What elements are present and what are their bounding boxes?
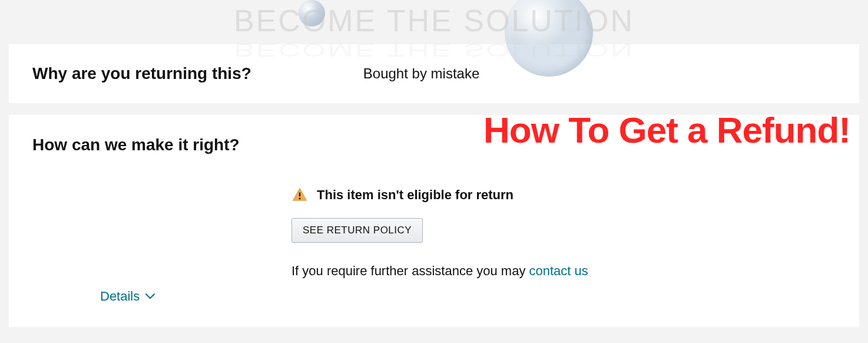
ineligible-warning: This item isn't eligible for return	[291, 187, 836, 203]
assistance-prefix: If you require further assistance you ma…	[291, 263, 529, 278]
details-label: Details	[100, 289, 140, 304]
details-toggle[interactable]: Details	[100, 289, 155, 304]
ineligible-warning-text: This item isn't eligible for return	[317, 187, 513, 203]
watermark-bubble-small	[299, 0, 325, 27]
chevron-down-icon	[145, 293, 155, 299]
assistance-text: If you require further assistance you ma…	[291, 263, 836, 279]
watermark-text: BECOME THE SOLUTION	[228, 3, 640, 38]
see-return-policy-button[interactable]: SEE RETURN POLICY	[291, 218, 423, 243]
svg-point-1	[299, 197, 300, 199]
svg-rect-0	[299, 192, 300, 196]
return-reason-heading: Why are you returning this?	[32, 64, 251, 83]
resolution-content: This item isn't eligible for return SEE …	[291, 187, 836, 279]
article-title-overlay: How To Get a Refund!	[483, 109, 850, 151]
warning-icon	[291, 187, 308, 203]
return-reason-card: Why are you returning this? Bought by mi…	[9, 44, 859, 103]
contact-us-link[interactable]: contact us	[529, 263, 588, 278]
return-reason-value: Bought by mistake	[363, 65, 479, 82]
